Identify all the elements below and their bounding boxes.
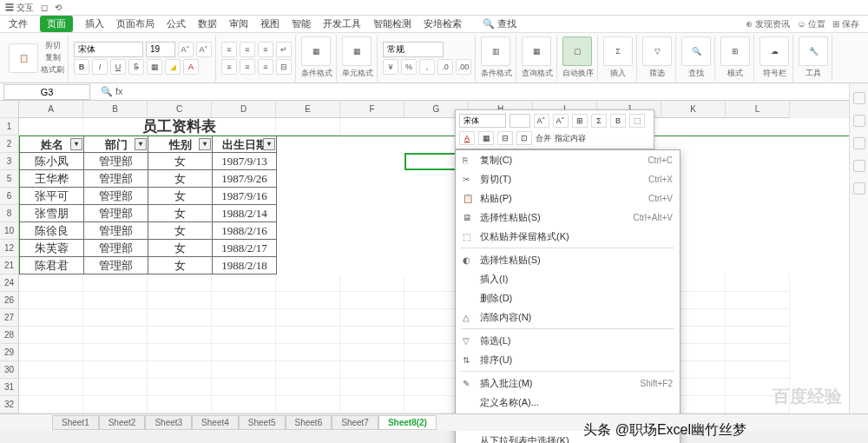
col-header[interactable]: C (148, 101, 212, 118)
align-left-icon[interactable]: ≡ (221, 59, 237, 75)
cell[interactable] (148, 396, 212, 413)
table-cell[interactable]: 管理部 (84, 205, 148, 222)
col-header[interactable]: D (212, 101, 276, 118)
cell[interactable] (83, 396, 148, 413)
cell[interactable] (340, 274, 404, 292)
table-cell[interactable]: 陈君君 (20, 257, 84, 274)
find-button[interactable]: 🔍 (681, 36, 711, 66)
table-cell[interactable]: 1988/2/17 (213, 240, 277, 257)
table-cell[interactable]: 管理部 (84, 188, 148, 205)
cell[interactable] (83, 327, 148, 344)
mini-bold-icon[interactable]: B (610, 114, 626, 128)
cell[interactable] (340, 327, 404, 344)
cell-fmt-button[interactable]: ▦ (342, 36, 372, 66)
table-cell[interactable]: 女 (148, 222, 213, 240)
cell[interactable] (19, 379, 83, 396)
table-cell[interactable]: 女 (148, 153, 213, 170)
comma-icon[interactable]: , (419, 59, 435, 75)
tools-button[interactable]: 🔧 (799, 36, 828, 66)
sheet-tab[interactable]: Sheet5 (239, 415, 286, 430)
row-header[interactable]: 6 (0, 188, 19, 205)
tab-home[interactable]: 页面 (40, 16, 73, 32)
row-header[interactable]: 32 (0, 396, 19, 413)
cell[interactable] (726, 309, 790, 327)
underline-button[interactable]: U (110, 59, 126, 75)
row-header[interactable]: 21 (0, 257, 19, 274)
menu-right-3[interactable]: ⊞ 保存 (832, 18, 859, 30)
col-header[interactable]: L (726, 101, 790, 118)
cell[interactable] (212, 327, 276, 344)
table-cell[interactable]: 陈徐良 (20, 222, 84, 240)
tab-file[interactable]: 文件 (9, 17, 28, 30)
mini-merge-icon[interactable]: ⊟ (497, 131, 513, 145)
cell[interactable] (148, 344, 212, 361)
mini-fill-icon[interactable]: ⬚ (629, 114, 645, 128)
bold-button[interactable]: B (74, 59, 89, 75)
decrease-font-icon[interactable]: A˅ (196, 42, 212, 57)
mini-font-select[interactable] (459, 114, 506, 128)
border-button[interactable]: ▦ (147, 59, 162, 75)
cell[interactable] (83, 309, 148, 327)
context-menu-item[interactable]: ✎插入批注(M)Shift+F2 (456, 374, 680, 393)
qa-item[interactable]: ◻ (41, 3, 48, 12)
dec-dec-icon[interactable]: .00 (456, 59, 471, 75)
row-header[interactable]: 24 (0, 274, 19, 292)
table-header[interactable]: 性别▾ (148, 136, 213, 153)
mini-unmerge-icon[interactable]: ⊡ (516, 131, 532, 145)
col-header[interactable]: K (661, 101, 726, 118)
sheet-tab[interactable]: Sheet2 (99, 415, 146, 430)
align-bot-icon[interactable]: ≡ (258, 42, 273, 57)
tab-dev[interactable]: 开发工具 (323, 17, 361, 30)
cell[interactable] (19, 292, 83, 309)
wrap-icon[interactable]: ↵ (276, 42, 292, 57)
cell[interactable] (19, 361, 83, 379)
insert-button[interactable]: Σ (603, 36, 633, 66)
context-menu-item[interactable]: 📋粘贴(P)Ctrl+V (456, 188, 680, 208)
qa-item[interactable]: ⟲ (55, 3, 62, 12)
qa-item[interactable]: ☰ 交互 (5, 2, 34, 14)
cell[interactable] (276, 396, 340, 413)
font-color-button[interactable]: A (183, 59, 199, 75)
row-header[interactable]: 2 (0, 136, 19, 153)
col-header[interactable]: A (19, 101, 83, 118)
cell[interactable] (19, 344, 83, 361)
side-icon[interactable] (853, 115, 865, 127)
row-header[interactable]: 8 (0, 205, 19, 222)
cell[interactable] (340, 379, 404, 396)
cell[interactable] (83, 361, 148, 379)
grid-body[interactable]: 员工资料表 姓名▾ 部门▾ 性别▾ 出生日期▾ 陈小凤管理部女1987/9/13… (19, 118, 868, 431)
mini-border-icon[interactable]: ▦ (478, 131, 494, 145)
cell[interactable] (340, 309, 404, 327)
cell[interactable] (19, 309, 83, 327)
cell[interactable] (83, 292, 148, 309)
table-cell[interactable]: 管理部 (84, 222, 148, 240)
context-menu-item[interactable]: 🖥选择性粘贴(S)Ctrl+Alt+V (456, 208, 680, 227)
currency-icon[interactable]: ¥ (383, 59, 398, 75)
context-menu-item[interactable]: 删除(D) (456, 288, 680, 307)
mini-format-icon[interactable]: ⊞ (572, 114, 588, 128)
table-cell[interactable]: 王华桦 (20, 170, 84, 188)
row-header[interactable]: 30 (0, 361, 19, 379)
table-button[interactable]: ▦ (522, 36, 551, 66)
cell[interactable] (340, 292, 404, 309)
cell[interactable] (276, 361, 340, 379)
cell[interactable] (340, 361, 404, 379)
cloud-button[interactable]: ☁ (760, 36, 789, 66)
row-header[interactable]: 12 (0, 240, 19, 257)
table-cell[interactable]: 女 (148, 240, 213, 257)
filter-icon[interactable]: ▾ (199, 138, 211, 150)
row-header[interactable]: 31 (0, 379, 19, 396)
align-right-icon[interactable]: ≡ (258, 59, 273, 75)
mini-fontcolor-icon[interactable]: A (459, 131, 475, 145)
mode-button[interactable]: ⊞ (720, 36, 750, 66)
context-menu-item[interactable]: ⎘复制(C)Ctrl+C (456, 150, 680, 169)
cell[interactable] (212, 274, 276, 292)
row-header[interactable]: 10 (0, 222, 19, 240)
brush-label[interactable]: 格式刷 (41, 64, 64, 76)
row-header[interactable]: 28 (0, 327, 19, 344)
cell[interactable] (276, 292, 340, 309)
cond-fmt-button[interactable]: ▦ (301, 36, 331, 66)
cell[interactable] (148, 361, 212, 379)
context-menu-item[interactable]: 定义名称(A)... (456, 393, 680, 412)
tab-smart[interactable]: 智能 (292, 17, 311, 30)
